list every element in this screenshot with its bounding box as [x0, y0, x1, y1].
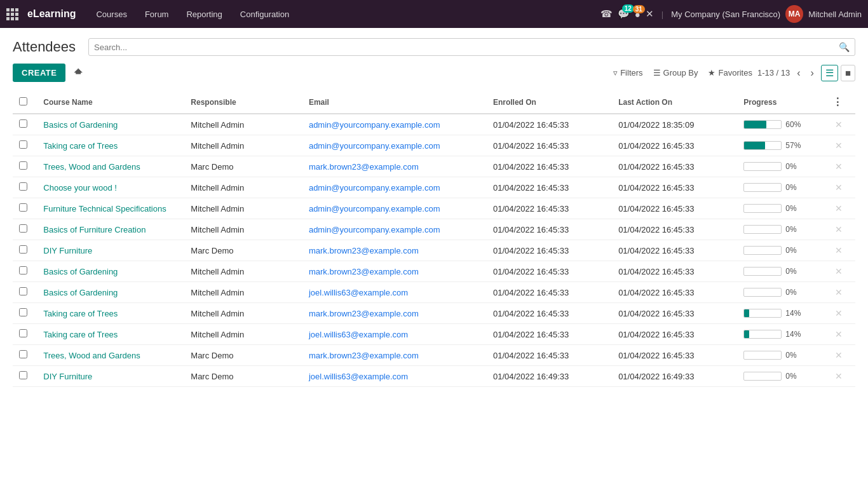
progress-header[interactable]: Progress — [737, 91, 825, 114]
delete-button[interactable]: ✕ — [832, 287, 845, 297]
phone-icon[interactable]: ☎ — [600, 8, 613, 20]
row-checkbox[interactable] — [19, 266, 27, 274]
avatar[interactable]: MA — [785, 5, 803, 23]
responsible-cell: Mitchell Admin — [184, 261, 302, 282]
search-input[interactable] — [94, 43, 839, 52]
delete-button[interactable]: ✕ — [832, 224, 845, 234]
nav-courses[interactable]: Courses — [88, 7, 134, 22]
row-checkbox[interactable] — [19, 329, 27, 337]
progress-bar-container — [743, 120, 782, 129]
email-cell: mark.brown23@example.com — [302, 240, 487, 261]
delete-button[interactable]: ✕ — [832, 182, 845, 193]
apps-menu-icon[interactable] — [6, 8, 18, 20]
prev-page-button[interactable]: ‹ — [794, 66, 803, 80]
company-name[interactable]: My Company (San Francisco) — [671, 10, 780, 19]
course-name-link[interactable]: Basics of Gardening — [43, 288, 118, 297]
row-checkbox[interactable] — [19, 350, 27, 358]
course-name-link[interactable]: Basics of Gardening — [43, 267, 118, 276]
delete-button[interactable]: ✕ — [832, 245, 845, 255]
progress-percent: 60% — [785, 120, 803, 129]
course-name-link[interactable]: Basics of Furniture Creation — [43, 225, 146, 234]
delete-button[interactable]: ✕ — [832, 308, 845, 318]
course-name-link[interactable]: Taking care of Trees — [43, 330, 118, 339]
row-checkbox[interactable] — [19, 182, 27, 191]
email-link[interactable]: joel.willis63@example.com — [309, 288, 408, 297]
delete-button[interactable]: ✕ — [832, 119, 845, 130]
filters-button[interactable]: ▿ Filters — [613, 68, 642, 78]
delete-button[interactable]: ✕ — [832, 140, 845, 151]
list-view-button[interactable]: ☰ — [821, 65, 838, 81]
row-checkbox[interactable] — [19, 245, 27, 254]
email-link[interactable]: mark.brown23@example.com — [309, 351, 419, 360]
groupby-button[interactable]: ☰ Group By — [653, 68, 698, 78]
row-checkbox-cell — [13, 240, 37, 261]
course-name-link[interactable]: Basics of Gardening — [43, 120, 118, 130]
row-checkbox[interactable] — [19, 371, 27, 379]
create-button[interactable]: CREATE — [13, 64, 65, 82]
nav-configuration[interactable]: Configuration — [233, 7, 297, 22]
course-name-link[interactable]: Taking care of Trees — [43, 141, 118, 151]
course-name-link[interactable]: Taking care of Trees — [43, 309, 118, 318]
nav-forum[interactable]: Forum — [137, 7, 177, 22]
row-checkbox[interactable] — [19, 119, 27, 128]
course-name-header[interactable]: Course Name — [37, 91, 184, 114]
upload-icon[interactable]: 🡁 — [71, 64, 87, 82]
brand-name[interactable]: eLearning — [27, 8, 76, 20]
groupby-icon: ☰ — [653, 68, 661, 78]
email-link[interactable]: mark.brown23@example.com — [309, 246, 419, 255]
options-more-icon[interactable]: ⋮ — [832, 97, 843, 107]
next-page-button[interactable]: › — [808, 66, 817, 80]
email-link[interactable]: admin@yourcompany.example.com — [309, 183, 440, 193]
course-name-link[interactable]: Trees, Wood and Gardens — [43, 162, 140, 172]
course-name-link[interactable]: DIY Furniture — [43, 246, 92, 255]
responsible-header[interactable]: Responsible — [184, 91, 302, 114]
course-name-link[interactable]: DIY Furniture — [43, 372, 92, 381]
row-checkbox[interactable] — [19, 224, 27, 233]
progress-percent: 0% — [785, 183, 803, 192]
row-checkbox[interactable] — [19, 140, 27, 149]
search-bar[interactable]: 🔍 — [88, 38, 855, 56]
course-name-link[interactable]: Furniture Technical Specifications — [43, 204, 166, 214]
row-checkbox[interactable] — [19, 161, 27, 170]
delete-button[interactable]: ✕ — [832, 161, 845, 172]
row-checkbox[interactable] — [19, 308, 27, 316]
delete-cell: ✕ — [826, 198, 855, 219]
delete-button[interactable]: ✕ — [832, 203, 845, 214]
email-link[interactable]: joel.willis63@example.com — [309, 372, 408, 381]
row-checkbox-cell — [13, 198, 37, 219]
email-link[interactable]: admin@yourcompany.example.com — [309, 120, 440, 130]
delete-button[interactable]: ✕ — [832, 329, 845, 339]
last-action-cell: 01/04/2022 16:45:33 — [612, 345, 737, 366]
row-checkbox[interactable] — [19, 203, 27, 212]
kanban-view-button[interactable]: ■ — [841, 65, 855, 81]
last-action-cell: 01/04/2022 16:45:33 — [612, 261, 737, 282]
select-all-checkbox[interactable] — [19, 97, 27, 105]
email-link[interactable]: mark.brown23@example.com — [309, 267, 419, 276]
delete-button[interactable]: ✕ — [832, 266, 845, 276]
enrolled-on-header[interactable]: Enrolled On — [487, 91, 612, 114]
enrolled-on-cell: 01/04/2022 16:49:33 — [487, 366, 612, 387]
email-link[interactable]: admin@yourcompany.example.com — [309, 141, 440, 151]
delete-button[interactable]: ✕ — [832, 371, 845, 381]
row-checkbox[interactable] — [19, 287, 27, 295]
email-link[interactable]: mark.brown23@example.com — [309, 162, 419, 172]
email-link[interactable]: joel.willis63@example.com — [309, 330, 408, 339]
messages-badge-btn[interactable]: 💬 12 — [618, 8, 630, 20]
delete-button[interactable]: ✕ — [832, 350, 845, 360]
last-action-header[interactable]: Last Action On — [612, 91, 737, 114]
email-link[interactable]: admin@yourcompany.example.com — [309, 225, 440, 234]
email-header[interactable]: Email — [302, 91, 487, 114]
nav-reporting[interactable]: Reporting — [179, 7, 229, 22]
progress-cell: 60% — [737, 114, 825, 135]
row-checkbox-cell — [13, 177, 37, 198]
course-name-link[interactable]: Choose your wood ! — [43, 183, 117, 193]
actions-header: ⋮ — [826, 91, 855, 114]
activity-badge-btn[interactable]: ● 31 — [635, 9, 641, 20]
user-name[interactable]: Mitchell Admin — [808, 10, 862, 19]
select-all-header[interactable] — [13, 91, 37, 114]
email-link[interactable]: mark.brown23@example.com — [309, 309, 419, 318]
course-name-link[interactable]: Trees, Wood and Gardens — [43, 351, 140, 360]
close-icon[interactable]: ✕ — [646, 8, 654, 20]
email-link[interactable]: admin@yourcompany.example.com — [309, 204, 440, 214]
favorites-button[interactable]: ★ Favorites — [708, 68, 752, 78]
